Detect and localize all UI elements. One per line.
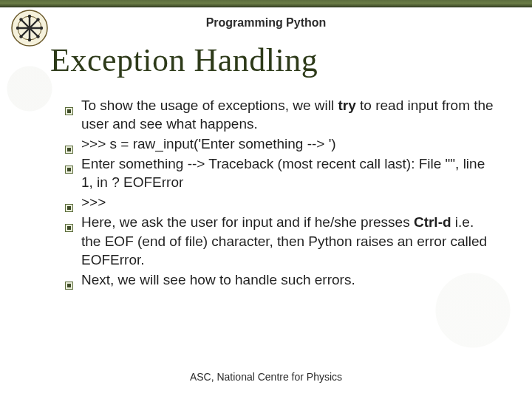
bullet-text: Here, we ask the user for input and if h…	[81, 214, 487, 267]
svg-point-8	[36, 18, 39, 21]
svg-point-5	[40, 27, 43, 30]
bullet-text: >>>	[81, 194, 106, 210]
svg-point-9	[19, 35, 22, 38]
svg-rect-22	[67, 284, 71, 287]
course-title: Programming Python	[66, 16, 532, 30]
bullet-text: To show the usage of exceptions, we will…	[81, 98, 494, 132]
diamond-bullet-icon	[65, 140, 73, 148]
svg-point-7	[36, 35, 39, 38]
institute-logo	[10, 9, 49, 47]
bullet-item: >>>	[65, 193, 494, 211]
slide-body: To show the usage of exceptions, we will…	[65, 96, 494, 290]
svg-point-3	[28, 38, 31, 41]
diamond-bullet-icon	[65, 160, 73, 168]
svg-rect-18	[67, 206, 71, 210]
diamond-bullet-icon	[65, 101, 73, 109]
bullet-text: >>> s = raw_input('Enter something --> '…	[81, 136, 336, 151]
svg-point-4	[16, 27, 19, 30]
bullet-item: Here, we ask the user for input and if h…	[65, 213, 494, 268]
diamond-bullet-icon	[65, 218, 73, 226]
diamond-bullet-icon	[65, 276, 73, 284]
top-accent-bar	[0, 0, 532, 7]
svg-point-6	[19, 18, 22, 21]
footer-text: ASC, National Centre for Physics	[0, 371, 532, 383]
bullet-text: Enter something --> Traceback (most rece…	[81, 156, 485, 190]
svg-rect-16	[67, 168, 71, 171]
bullet-item: Next, we will see how to handle such err…	[65, 270, 494, 289]
seal-icon	[10, 9, 49, 47]
diamond-bullet-icon	[65, 198, 73, 206]
svg-point-2	[28, 15, 31, 18]
bullet-list: To show the usage of exceptions, we will…	[65, 96, 494, 289]
svg-rect-14	[67, 148, 71, 151]
bullet-item: Enter something --> Traceback (most rece…	[65, 154, 494, 191]
svg-rect-12	[67, 109, 71, 113]
bullet-text: Next, we will see how to handle such err…	[81, 272, 355, 287]
slide-title: Exception Handling	[50, 41, 318, 79]
svg-point-10	[27, 26, 31, 30]
bullet-item: >>> s = raw_input('Enter something --> '…	[65, 134, 494, 153]
svg-rect-20	[67, 226, 71, 230]
header-row: Programming Python	[0, 7, 532, 38]
bullet-item: To show the usage of exceptions, we will…	[65, 96, 494, 133]
